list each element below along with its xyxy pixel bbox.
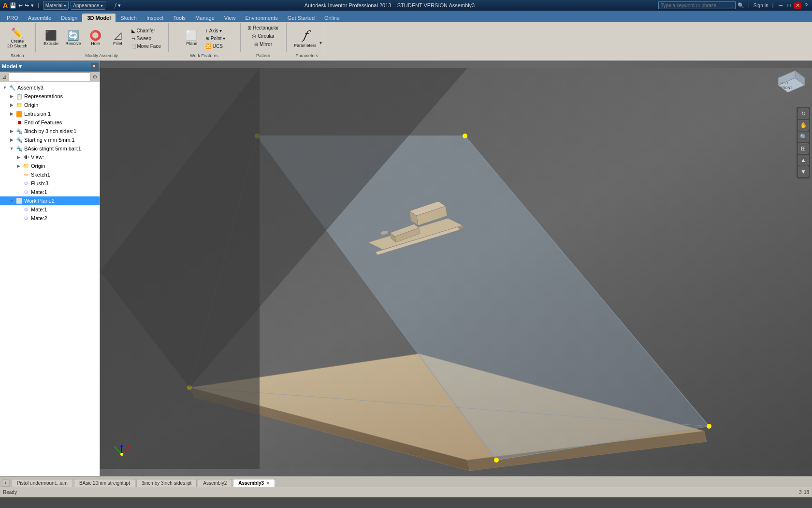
help-btn[interactable]: ? xyxy=(803,2,809,8)
create-2d-sketch-button[interactable]: ✏️ Create2D Sketch xyxy=(5,27,30,50)
tree-item-flush3[interactable]: ▶ ⚙ Flush:3 xyxy=(0,179,100,188)
quick-access-save[interactable]: 💾 xyxy=(10,2,16,9)
tab-assemble[interactable]: Assemble xyxy=(23,14,56,22)
tab-sketch[interactable]: Sketch xyxy=(116,14,142,22)
tab-pistol[interactable]: Pistol undermount...iam xyxy=(12,479,73,487)
viewcube[interactable]: LEFT FRONT xyxy=(768,66,807,105)
assembly-view-dropdown[interactable]: Assembly View ▾ xyxy=(9,73,90,81)
tree-label-sketch1: Sketch1 xyxy=(31,172,50,178)
quick-access-more[interactable]: ▾ xyxy=(31,2,34,9)
panel-close-btn[interactable]: ✕ xyxy=(91,63,98,70)
quick-access-redo[interactable]: ↪ xyxy=(25,2,29,9)
search-input[interactable] xyxy=(658,1,736,9)
tree-toggle-view[interactable]: ▶ xyxy=(15,154,21,160)
tree-toggle-basicstright[interactable]: ▼ xyxy=(9,146,14,151)
modify-buttons: ⬛ Extrude 🔄 Revolve ⭕ Hole ◿ Fillet ◣ Ch… xyxy=(41,24,163,52)
tab-assembly3[interactable]: Assembly3 ✕ xyxy=(233,479,275,487)
tab-tools[interactable]: Tools xyxy=(168,14,190,22)
tab-view[interactable]: View xyxy=(219,14,241,22)
tree-item-basicstright[interactable]: ▼ 🔩 BAsic stright 5mm ball:1 xyxy=(0,144,100,153)
tab-3inchsides[interactable]: 3inch by 3inch sides.ipt xyxy=(136,479,197,487)
parameters-button[interactable]: 𝑓 Parameters xyxy=(291,27,319,49)
chamfer-button[interactable]: ◣ Chamfer xyxy=(130,27,163,34)
pan-btn[interactable]: ✋ xyxy=(798,120,809,131)
flush3-icon: ⚙ xyxy=(22,179,30,187)
tree-item-sketch1[interactable]: ▶ ✏ Sketch1 xyxy=(0,170,100,179)
extrude-button[interactable]: ⬛ Extrude xyxy=(41,29,62,47)
search-icon[interactable]: 🔍 xyxy=(738,2,744,9)
tree-item-endoffeatures[interactable]: ▶ ⏹ End of Features xyxy=(0,118,100,127)
tree-toggle-extrusion1[interactable]: ▶ xyxy=(9,111,14,117)
tab-pro[interactable]: PRO xyxy=(2,14,23,22)
tree-label-extrusion1: Extrusion 1 xyxy=(24,111,51,117)
app-title: Autodesk Inventor Professional 2013 – ST… xyxy=(304,2,475,8)
tree-toggle-3inchsides[interactable]: ▶ xyxy=(9,128,14,134)
statusbar-right: 3 18 xyxy=(799,490,809,495)
tree-item-mate1[interactable]: ▶ ⚙ Mate:1 xyxy=(0,188,100,196)
tree-item-view[interactable]: ▶ 👁 View: xyxy=(0,153,100,162)
divider-3 xyxy=(240,23,241,52)
tree-item-assembly3[interactable]: ▼ 🔧 Assembly3 xyxy=(0,83,100,92)
tree-item-origin2[interactable]: ▶ 📁 Origin xyxy=(0,162,100,170)
tab-inspect[interactable]: Inspect xyxy=(142,14,168,22)
tab-new-btn[interactable]: + xyxy=(2,479,10,487)
view-settings-icon[interactable]: ⚙ xyxy=(92,74,98,80)
nav-up-btn[interactable]: ▲ xyxy=(798,155,809,165)
tab-3dmodel[interactable]: 3D Model xyxy=(82,14,116,22)
material-dropdown[interactable]: Material ▾ xyxy=(43,1,69,10)
tree-toggle-assembly3[interactable]: ▼ xyxy=(2,85,8,90)
tree-label-mate1: Mate:1 xyxy=(31,189,47,195)
fillet-button[interactable]: ◿ Fillet xyxy=(107,29,129,47)
point-button[interactable]: ⊕ Point ▾ xyxy=(203,35,228,42)
minimize-btn[interactable]: ─ xyxy=(777,2,784,8)
circular-button[interactable]: ◎ Circular xyxy=(250,32,276,40)
move-face-button[interactable]: ⬚ Move Face xyxy=(130,43,163,50)
quick-access-extra[interactable]: ▾ xyxy=(118,2,121,9)
tree-item-startingvmm[interactable]: ▶ 🔩 Starting v mm 5mm:1 xyxy=(0,135,100,144)
statusbar: Ready 3 18 xyxy=(0,487,812,497)
tab-online[interactable]: Online xyxy=(319,14,345,22)
tab-assembly2[interactable]: Assembly2 xyxy=(198,479,232,487)
zoom-btn[interactable]: 🔍 xyxy=(798,132,809,142)
maximize-btn[interactable]: □ xyxy=(786,2,792,8)
tree-label-3inchsides: 3inch by 3inch sides:1 xyxy=(24,128,76,134)
quick-access-undo[interactable]: ↩ xyxy=(18,2,23,9)
tree-item-extrusion1[interactable]: ▶ 🟧 Extrusion 1 xyxy=(0,109,100,118)
tab-assembly3-close[interactable]: ✕ xyxy=(266,481,270,486)
signin-btn[interactable]: Sign In xyxy=(754,3,768,8)
parameters-dropdown-arrow[interactable]: ▾ xyxy=(319,40,322,45)
tab-basic20mm[interactable]: BAsic 20mm streight.ipt xyxy=(74,479,135,487)
tab-getstarted[interactable]: Get Started xyxy=(283,14,319,22)
tree-item-3inchsides[interactable]: ▶ 🔩 3inch by 3inch sides:1 xyxy=(0,127,100,135)
mirror-button[interactable]: ⊟ Mirror xyxy=(252,41,274,48)
ucs-button[interactable]: 🔀 UCS xyxy=(203,43,228,50)
tree-toggle-startingvmm[interactable]: ▶ xyxy=(9,137,14,143)
nav-down-btn[interactable]: ▼ xyxy=(798,166,809,177)
main-area: Model ▾ ✕ ⊿ Assembly View ▾ ⚙ ▼ 🔧 Assemb… xyxy=(0,61,812,476)
tree-item-representations[interactable]: ▶ 📋 Representations xyxy=(0,92,100,101)
tab-environments[interactable]: Environments xyxy=(241,14,283,22)
viewport[interactable]: LEFT FRONT ↻ ✋ 🔍 ⊞ ▲ ▼ xyxy=(100,61,812,476)
orbit-btn[interactable]: ↻ xyxy=(798,108,809,119)
tree-item-workplane2[interactable]: ▼ ⬜ Work Plane2 xyxy=(0,196,100,205)
tree-toggle-workplane2[interactable]: ▼ xyxy=(9,198,14,204)
tree-item-origin[interactable]: ▶ 📁 Origin xyxy=(0,101,100,109)
fit-btn[interactable]: ⊞ xyxy=(798,143,809,154)
tree-item-mate1b[interactable]: ▶ ⚙ Mate:1 xyxy=(0,205,100,214)
tree-toggle-origin2[interactable]: ▶ xyxy=(15,163,21,169)
hole-button[interactable]: ⭕ Hole xyxy=(85,29,106,47)
tab-manage[interactable]: Manage xyxy=(190,14,219,22)
close-btn[interactable]: ✕ xyxy=(794,2,801,9)
sweep-button[interactable]: ↪ Sweep xyxy=(130,35,163,42)
plane-button[interactable]: ⬜ Plane xyxy=(181,29,203,47)
axis-button[interactable]: ↕ Axis ▾ xyxy=(203,27,228,34)
tab-design[interactable]: Design xyxy=(56,14,82,22)
tree-item-mate2[interactable]: ▶ ⚙ Mate:2 xyxy=(0,214,100,223)
appearance-dropdown[interactable]: Appearance ▾ xyxy=(71,1,105,10)
tree-toggle-origin[interactable]: ▶ xyxy=(9,102,14,108)
formula-bar-icon: 𝑓 xyxy=(115,2,116,9)
parameters-icon: 𝑓 xyxy=(303,29,307,42)
revolve-button[interactable]: 🔄 Revolve xyxy=(63,29,84,47)
rectangular-button[interactable]: ⊞ Rectangular xyxy=(246,24,281,31)
tree-toggle-representations[interactable]: ▶ xyxy=(9,93,14,99)
